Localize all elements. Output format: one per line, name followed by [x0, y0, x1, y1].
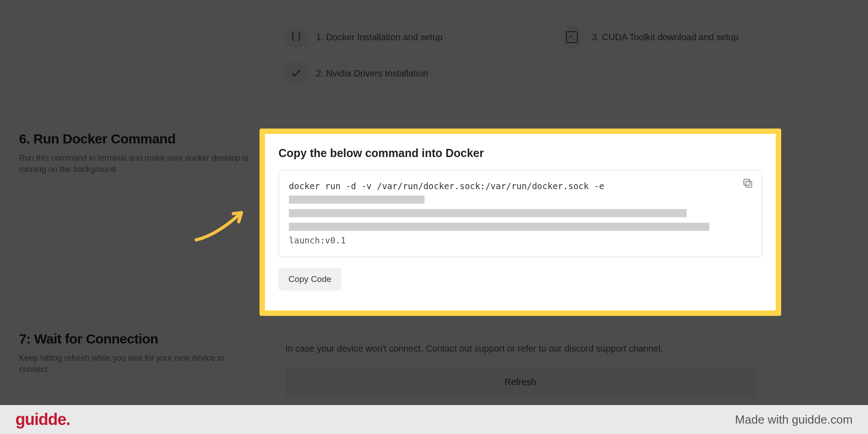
redacted-text — [289, 223, 709, 231]
prereq-label: 1. Docker Installation and setup — [316, 32, 443, 43]
refresh-label: Refresh — [505, 377, 536, 387]
copy-icon[interactable] — [742, 177, 754, 189]
prereq-label: 3. CUDA Toolkit download and setup — [592, 32, 738, 43]
terminal-icon — [560, 25, 584, 49]
redacted-text — [289, 196, 425, 204]
prereq-row-2: 2. Nvidia Drivers Installation — [284, 62, 428, 85]
code-prefix: docker run -d -v /var/run/docker.sock:/v… — [289, 179, 604, 193]
refresh-button[interactable]: Refresh — [285, 367, 755, 396]
svg-rect-0 — [746, 181, 752, 187]
made-with-text: Made with guidde.com — [735, 413, 853, 427]
braces-icon — [284, 25, 308, 49]
redacted-text — [289, 209, 687, 217]
prereq-row-1: 1. Docker Installation and setup 3. CUDA… — [284, 25, 738, 49]
copy-code-button[interactable]: Copy Code — [278, 268, 341, 291]
docker-command-panel: Copy the below command into Docker docke… — [265, 134, 776, 310]
code-tail: launch:v0.1 — [289, 234, 730, 247]
prereq-item-cuda[interactable]: 3. CUDA Toolkit download and setup — [560, 25, 738, 49]
footer-bar: guidde. Made with guidde.com — [0, 405, 868, 434]
code-box[interactable]: docker run -d -v /var/run/docker.sock:/v… — [278, 170, 762, 257]
check-icon — [284, 62, 308, 85]
prerequisites-card: 1. Docker Installation and setup 3. CUDA… — [270, 0, 770, 104]
connection-text: In case your device won't connect, Conta… — [285, 343, 755, 354]
copy-code-label: Copy Code — [288, 274, 331, 284]
content-area: 1. Docker Installation and setup 3. CUDA… — [0, 0, 868, 405]
step-7-description: Keep hitting refresh while you wait for … — [19, 353, 250, 375]
guidde-logo: guidde. — [15, 410, 70, 429]
prereq-item-nvidia[interactable]: 2. Nvidia Drivers Installation — [284, 62, 428, 85]
divider — [284, 8, 756, 8]
prereq-label: 2. Nvidia Drivers Installation — [316, 68, 428, 79]
highlight-frame: Copy the below command into Docker docke… — [259, 129, 781, 316]
stage: 1. Docker Installation and setup 3. CUDA… — [0, 0, 868, 434]
code-line: docker run -d -v /var/run/docker.sock:/v… — [289, 179, 730, 204]
svg-rect-1 — [744, 179, 750, 185]
step-7-title: 7: Wait for Connection — [19, 331, 158, 347]
step-6-description: Run this command in terminal and make su… — [19, 153, 250, 175]
connection-card: In case your device won't connect, Conta… — [270, 330, 770, 405]
step-6-title: 6. Run Docker Command — [19, 131, 175, 147]
docker-heading: Copy the below command into Docker — [278, 147, 762, 160]
prereq-item-docker[interactable]: 1. Docker Installation and setup — [284, 25, 443, 49]
